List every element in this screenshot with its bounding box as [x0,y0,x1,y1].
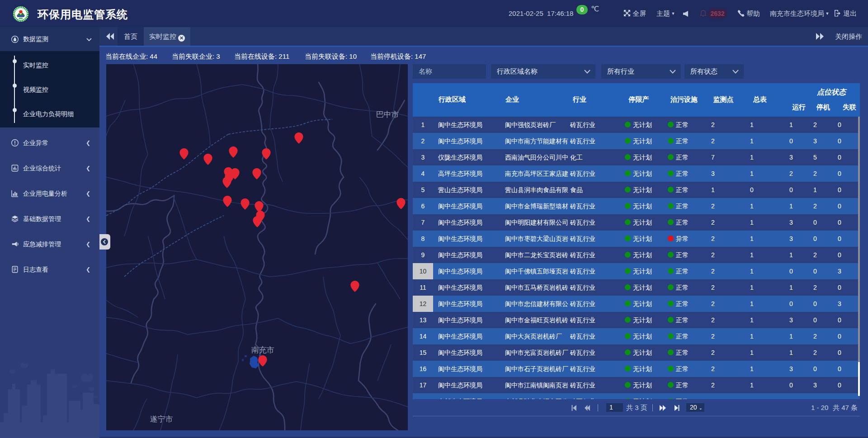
svg-text:遂宁市: 遂宁市 [150,415,173,424]
svg-text:南充市: 南充市 [251,346,274,354]
svg-text:巴中市: 巴中市 [376,110,399,119]
